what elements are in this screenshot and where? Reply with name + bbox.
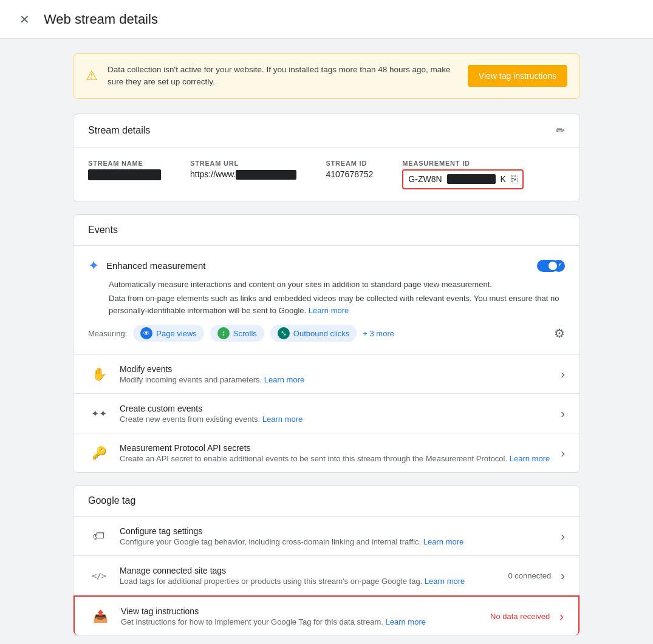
modify-events-desc: Modify incoming events and parameters. L… xyxy=(120,375,551,384)
outbound-clicks-icon: ⤡ xyxy=(278,327,290,339)
create-custom-events-learn-more[interactable]: Learn more xyxy=(262,415,303,424)
scrolls-label: Scrolls xyxy=(233,329,257,338)
outbound-clicks-label: Outbound clicks xyxy=(293,329,350,338)
sparkle-icon: ✦ xyxy=(88,258,99,274)
configure-tag-icon: 🏷 xyxy=(88,525,110,547)
view-tag-instructions-icon: 📤 xyxy=(89,605,111,627)
manage-connected-row[interactable]: </> Manage connected site tags Load tags… xyxy=(74,556,579,595)
warning-icon: ⚠ xyxy=(86,68,98,84)
view-tag-instructions-button[interactable]: View tag instructions xyxy=(468,65,567,87)
events-card: Events ✦ Enhanced measurement Automatica… xyxy=(73,214,580,473)
stream-name-field: STREAM NAME xyxy=(88,160,161,189)
enhanced-desc2: Data from on-page elements such as links… xyxy=(109,293,565,316)
main-content: ⚠ Data collection isn't active for your … xyxy=(0,39,653,644)
enhanced-header: ✦ Enhanced measurement xyxy=(88,258,565,274)
view-tag-instructions-row[interactable]: 📤 View tag instructions Get instructions… xyxy=(74,595,579,636)
enhanced-desc1: Automatically measure interactions and c… xyxy=(109,279,565,291)
create-custom-events-title: Create custom events xyxy=(120,404,551,413)
stream-details-card: Stream details ✏ STREAM NAME STREAM URL … xyxy=(73,114,580,202)
create-custom-events-chevron: › xyxy=(561,407,565,421)
enhanced-learn-more[interactable]: Learn more xyxy=(309,306,349,315)
page-header: ✕ Web stream details xyxy=(0,0,653,39)
enhanced-toggle[interactable] xyxy=(537,260,559,272)
manage-connected-learn-more[interactable]: Learn more xyxy=(425,577,465,586)
page-title: Web stream details xyxy=(44,12,158,27)
measurement-protocol-chevron: › xyxy=(561,446,565,460)
alert-banner: ⚠ Data collection isn't active for your … xyxy=(73,53,580,99)
alert-text: Data collection isn't active for your we… xyxy=(108,64,458,89)
google-tag-card: Google tag 🏷 Configure tag settings Conf… xyxy=(73,485,580,636)
view-tag-instructions-desc: Get instructions for how to implement yo… xyxy=(121,617,480,626)
measurement-protocol-learn-more[interactable]: Learn more xyxy=(510,454,550,463)
stream-url-value: https://www. xyxy=(190,169,296,180)
create-custom-events-row[interactable]: ✦✦ Create custom events Create new event… xyxy=(74,394,579,433)
manage-connected-title: Manage connected site tags xyxy=(120,566,498,575)
events-card-header: Events xyxy=(74,215,579,246)
enhanced-title-row: ✦ Enhanced measurement xyxy=(88,258,205,274)
measurement-id-suffix: K xyxy=(501,174,506,184)
view-tag-instructions-title: View tag instructions xyxy=(121,606,480,616)
measuring-settings-icon[interactable]: ⚙ xyxy=(554,326,565,341)
no-data-status: No data received xyxy=(490,612,550,621)
events-title: Events xyxy=(88,225,118,235)
more-chips-button[interactable]: + 3 more xyxy=(363,329,394,338)
page-views-icon: 👁 xyxy=(140,327,152,339)
view-tag-instructions-info: View tag instructions Get instructions f… xyxy=(121,606,480,626)
manage-connected-icon: </> xyxy=(88,564,110,586)
configure-tag-title: Configure tag settings xyxy=(120,526,551,536)
stream-url-field: STREAM URL https://www. xyxy=(190,160,296,189)
stream-name-label: STREAM NAME xyxy=(88,160,161,167)
google-tag-header: Google tag xyxy=(74,486,579,517)
manage-connected-chevron: › xyxy=(561,569,565,583)
stream-fields: STREAM NAME STREAM URL https://www. STRE… xyxy=(74,147,579,202)
modify-events-row[interactable]: ✋ Modify events Modify incoming events a… xyxy=(74,354,579,394)
configure-tag-info: Configure tag settings Configure your Go… xyxy=(120,526,551,546)
manage-connected-desc: Load tags for additional properties or p… xyxy=(120,577,498,586)
connected-status: 0 connected xyxy=(508,571,551,580)
modify-events-info: Modify events Modify incoming events and… xyxy=(120,364,551,384)
page-views-chip[interactable]: 👁 Page views xyxy=(133,325,203,342)
measuring-label: Measuring: xyxy=(88,329,127,338)
outbound-clicks-chip[interactable]: ⤡ Outbound clicks xyxy=(270,325,357,342)
measurement-id-value xyxy=(447,174,496,184)
enhanced-toggle-wrapper[interactable] xyxy=(537,260,565,272)
stream-url-label: STREAM URL xyxy=(190,160,296,167)
measurement-protocol-desc: Create an API secret to enable additiona… xyxy=(120,454,551,463)
enhanced-measurement-section: ✦ Enhanced measurement Automatically mea… xyxy=(74,246,579,355)
manage-connected-info: Manage connected site tags Load tags for… xyxy=(120,566,498,586)
stream-id-label: STREAM ID xyxy=(326,160,373,167)
modify-events-title: Modify events xyxy=(120,364,551,374)
configure-tag-chevron: › xyxy=(561,529,565,543)
close-button[interactable]: ✕ xyxy=(15,10,34,29)
enhanced-title: Enhanced measurement xyxy=(106,260,205,271)
scrolls-icon: ↕ xyxy=(217,327,230,339)
create-custom-events-info: Create custom events Create new events f… xyxy=(120,404,551,424)
modify-events-learn-more[interactable]: Learn more xyxy=(264,375,304,384)
measurement-protocol-row[interactable]: 🔑 Measurement Protocol API secrets Creat… xyxy=(74,433,579,472)
stream-id-value: 4107678752 xyxy=(326,169,373,179)
measurement-protocol-icon: 🔑 xyxy=(88,442,110,464)
measurement-protocol-title: Measurement Protocol API secrets xyxy=(120,443,551,453)
configure-tag-row[interactable]: 🏷 Configure tag settings Configure your … xyxy=(74,517,579,556)
stream-details-header: Stream details ✏ xyxy=(74,114,579,147)
page-views-label: Page views xyxy=(156,329,196,338)
copy-icon[interactable]: ⎘ xyxy=(511,173,518,186)
configure-tag-learn-more[interactable]: Learn more xyxy=(423,537,463,546)
modify-events-icon: ✋ xyxy=(88,363,110,385)
measurement-protocol-info: Measurement Protocol API secrets Create … xyxy=(120,443,551,463)
close-icon: ✕ xyxy=(19,12,30,27)
view-tag-instructions-learn-more[interactable]: Learn more xyxy=(385,617,425,626)
stream-name-value xyxy=(88,169,161,180)
measurement-id-field: MEASUREMENT ID G-ZW8N K ⎘ xyxy=(402,160,524,189)
measurement-id-prefix: G-ZW8N xyxy=(408,174,442,184)
create-custom-events-desc: Create new events from existing events. … xyxy=(120,415,551,424)
scrolls-chip[interactable]: ↕ Scrolls xyxy=(210,325,264,342)
google-tag-title: Google tag xyxy=(88,495,135,506)
modify-events-chevron: › xyxy=(561,367,565,381)
stream-details-title: Stream details xyxy=(88,125,150,136)
measuring-row: Measuring: 👁 Page views ↕ Scrolls ⤡ Outb… xyxy=(88,325,565,342)
view-tag-instructions-chevron: › xyxy=(559,609,564,623)
measurement-id-box: G-ZW8N K ⎘ xyxy=(402,169,524,189)
measurement-id-label: MEASUREMENT ID xyxy=(402,160,524,167)
edit-icon[interactable]: ✏ xyxy=(556,124,565,137)
